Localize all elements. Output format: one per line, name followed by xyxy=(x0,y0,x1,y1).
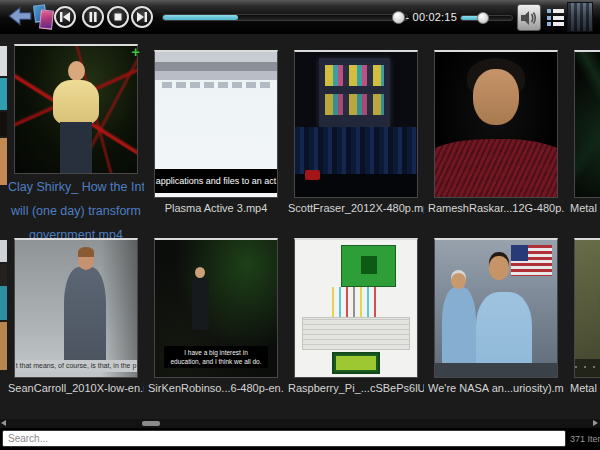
video-filename: Metal Ge xyxy=(568,382,600,394)
add-to-playlist-icon[interactable]: + xyxy=(131,43,140,60)
video-item-nasa[interactable]: We're NASA an...uriosity).mp4 xyxy=(428,238,564,394)
video-filename: Plasma Active 3.mp4 xyxy=(148,202,284,214)
playlist-icon[interactable] xyxy=(547,9,564,26)
volume-mute-button[interactable] xyxy=(517,4,541,31)
edge-thumbnail-fragment xyxy=(0,286,7,320)
video-thumbnail xyxy=(574,50,600,198)
skip-next-button[interactable] xyxy=(131,6,153,28)
edge-thumbnail-fragment xyxy=(0,112,7,136)
skip-previous-icon xyxy=(58,11,72,23)
volume-slider-handle[interactable] xyxy=(477,12,489,24)
video-item-metal-gear-2[interactable]: Metal Ge xyxy=(568,238,600,394)
video-thumbnail: I have a big interest in education, and … xyxy=(154,238,278,378)
video-thumbnail xyxy=(294,50,418,198)
subtitle-overlay: I have a big interest in education, and … xyxy=(164,346,269,368)
thumbnail-art: I have a big interest in education, and … xyxy=(155,240,277,377)
video-item-scottfraser[interactable]: ScottFraser_2012X-480p.mp4 xyxy=(288,50,424,214)
video-thumbnail xyxy=(14,44,138,174)
video-filename: SeanCarroll_2010X-low-en.mp4 xyxy=(8,382,144,394)
video-thumbnail xyxy=(434,50,558,198)
edge-thumbnail-fragment xyxy=(0,240,7,262)
pause-icon xyxy=(87,11,99,23)
time-display: - 00:02:15 xyxy=(403,11,457,23)
thumbnail-art xyxy=(435,52,557,197)
subtitle-line: education, and I think we all do. xyxy=(165,357,268,366)
video-item-clay-shirky[interactable]: + Clay Shirky_ How the Internet will (on… xyxy=(8,44,144,246)
logo-card-front xyxy=(39,9,54,29)
subtitle-overlay: t that means, of course, is that, in the… xyxy=(15,360,137,372)
playlist-bullet xyxy=(547,22,551,26)
playlist-bullet xyxy=(547,16,551,20)
speaker-figure xyxy=(68,61,85,81)
stop-button[interactable] xyxy=(107,6,129,28)
video-thumbnail xyxy=(434,238,558,378)
video-thumbnail xyxy=(574,238,600,378)
video-thumbnail xyxy=(294,238,418,378)
video-thumbnail: t that means, of course, is that, in the… xyxy=(14,238,138,378)
american-flag xyxy=(511,245,552,275)
playlist-line xyxy=(553,16,564,20)
video-filename: ScottFraser_2012X-480p.mp4 xyxy=(288,202,424,214)
search-input[interactable] xyxy=(2,430,566,447)
skip-next-icon xyxy=(135,11,149,23)
video-filename: Raspberry_Pi_...cSBePs6lU.mp4 xyxy=(288,382,424,394)
scroll-right-icon[interactable] xyxy=(593,420,598,426)
video-item-metal-gear-1[interactable]: Metal Ge xyxy=(568,50,600,214)
video-item-rameshraskar[interactable]: RameshRaskar...12G-480p.mp4 xyxy=(428,50,564,214)
thumbnail-art: applications and files to an act xyxy=(155,52,277,197)
thumbnail-art: t that means, of course, is that, in the… xyxy=(15,240,137,377)
video-filename: SirKenRobinso...6-480p-en.mp4 xyxy=(148,382,284,394)
horizontal-scrollbar[interactable] xyxy=(0,419,600,428)
video-thumbnail: applications and files to an act xyxy=(154,50,278,198)
skip-previous-button[interactable] xyxy=(54,6,76,28)
playback-toolbar: - 00:02:15 xyxy=(0,0,600,34)
subtitle-overlay: applications and files to an act xyxy=(155,169,277,193)
media-library-logo-icon[interactable] xyxy=(33,3,55,31)
pause-button[interactable] xyxy=(82,6,104,28)
video-filename-line: will (one day) transform xyxy=(8,201,144,222)
video-filename: RameshRaskar...12G-480p.mp4 xyxy=(428,202,564,214)
video-item-sirkenrobinson[interactable]: I have a big interest in education, and … xyxy=(148,238,284,394)
playlist-bullet xyxy=(547,9,551,13)
speaker-icon xyxy=(520,10,538,26)
edge-thumbnail-fragment xyxy=(0,322,7,370)
video-item-plasma-active[interactable]: applications and files to an act Plasma … xyxy=(148,50,284,214)
media-center-window: - 00:02:15 + xyxy=(0,0,600,450)
edge-thumbnail-fragment xyxy=(0,78,7,110)
back-arrow-icon[interactable] xyxy=(8,6,32,26)
thumbnail-art xyxy=(575,240,600,377)
search-bar: 371 Items xyxy=(0,428,600,450)
scroll-left-icon[interactable] xyxy=(1,420,6,426)
subtitle-line: I have a big interest in xyxy=(165,348,268,357)
video-filename-line: Clay Shirky_ How the Internet xyxy=(8,177,144,198)
thumbnail-art xyxy=(15,46,137,173)
now-playing-poster-thumbnail[interactable] xyxy=(567,2,593,32)
media-grid: + Clay Shirky_ How the Internet will (on… xyxy=(0,34,600,419)
thumbnail-art xyxy=(295,240,417,377)
playlist-line xyxy=(553,22,564,26)
thumbnail-art xyxy=(295,52,417,197)
volume-slider[interactable] xyxy=(460,15,513,21)
items-count-label: 371 Items xyxy=(570,434,600,444)
edge-thumbnail-fragment xyxy=(0,138,7,185)
seek-slider-fill xyxy=(163,15,238,20)
video-item-raspberry-pi[interactable]: Raspberry_Pi_...cSBePs6lU.mp4 xyxy=(288,238,424,394)
seek-slider[interactable] xyxy=(162,14,408,21)
thumbnail-art xyxy=(435,240,557,377)
video-item-seancarroll[interactable]: t that means, of course, is that, in the… xyxy=(8,238,144,394)
video-filename: We're NASA an...uriosity).mp4 xyxy=(428,382,564,394)
video-filename: Metal Ge xyxy=(568,202,600,214)
edge-thumbnail-fragment xyxy=(0,46,7,76)
playlist-line xyxy=(553,9,564,13)
scrollbar-thumb[interactable] xyxy=(142,421,160,426)
stop-icon xyxy=(112,11,124,23)
thumbnail-art xyxy=(575,52,600,197)
